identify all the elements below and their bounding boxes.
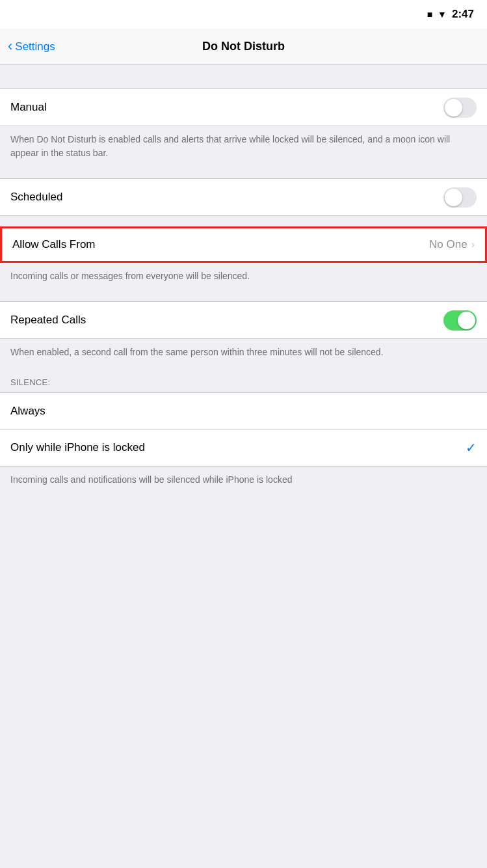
manual-toggle-knob: [445, 99, 462, 116]
repeated-calls-group: Repeated Calls: [0, 301, 487, 339]
top-spacer: [0, 65, 487, 88]
repeated-calls-description: When enabled, a second call from the sam…: [0, 339, 487, 367]
silence-always-label: Always: [10, 405, 46, 418]
manual-row: Manual: [0, 89, 487, 126]
manual-toggle[interactable]: [443, 98, 477, 118]
manual-label: Manual: [10, 101, 47, 114]
allow-calls-label: Allow Calls From: [12, 238, 96, 251]
repeated-calls-row: Repeated Calls: [0, 302, 487, 338]
spacer-2: [0, 216, 487, 226]
scheduled-row: Scheduled: [0, 179, 487, 215]
spacer-1: [0, 168, 487, 178]
manual-description: When Do Not Disturb is enabled calls and…: [0, 126, 487, 168]
battery-icon: ■: [427, 9, 432, 20]
scheduled-toggle-knob: [445, 189, 462, 206]
page-title: Do Not Disturb: [202, 40, 285, 53]
allow-calls-description: Incoming calls or messages from everyone…: [0, 263, 487, 291]
silence-locked-label: Only while iPhone is locked: [10, 441, 145, 454]
silence-section-header: SILENCE:: [0, 367, 487, 392]
allow-calls-chevron-icon: ›: [471, 239, 475, 251]
back-label: Settings: [15, 40, 55, 53]
scheduled-toggle[interactable]: [443, 187, 477, 208]
wifi-icon: ▼: [438, 9, 447, 20]
allow-calls-right: No One ›: [429, 238, 475, 251]
nav-bar: ‹ Settings Do Not Disturb: [0, 29, 487, 65]
scheduled-label: Scheduled: [10, 191, 62, 204]
repeated-calls-toggle[interactable]: [443, 310, 477, 331]
allow-calls-row[interactable]: Allow Calls From No One ›: [0, 226, 487, 263]
status-bar: ■ ▼ 2:47: [0, 0, 487, 29]
silence-always-row[interactable]: Always: [0, 393, 487, 429]
status-time: 2:47: [452, 8, 474, 21]
scheduled-group: Scheduled: [0, 178, 487, 216]
repeated-calls-label: Repeated Calls: [10, 314, 86, 327]
spacer-3: [0, 291, 487, 301]
allow-calls-value: No One: [429, 238, 467, 251]
back-button[interactable]: ‹ Settings: [8, 38, 55, 55]
silence-locked-row[interactable]: Only while iPhone is locked ✓: [0, 429, 487, 466]
silence-locked-checkmark-icon: ✓: [466, 440, 477, 455]
silence-group: Always Only while iPhone is locked ✓: [0, 392, 487, 467]
back-chevron-icon: ‹: [8, 38, 12, 55]
bottom-description: Incoming calls and notifications will be…: [0, 467, 487, 495]
repeated-calls-toggle-knob: [458, 312, 475, 329]
manual-group: Manual: [0, 88, 487, 126]
